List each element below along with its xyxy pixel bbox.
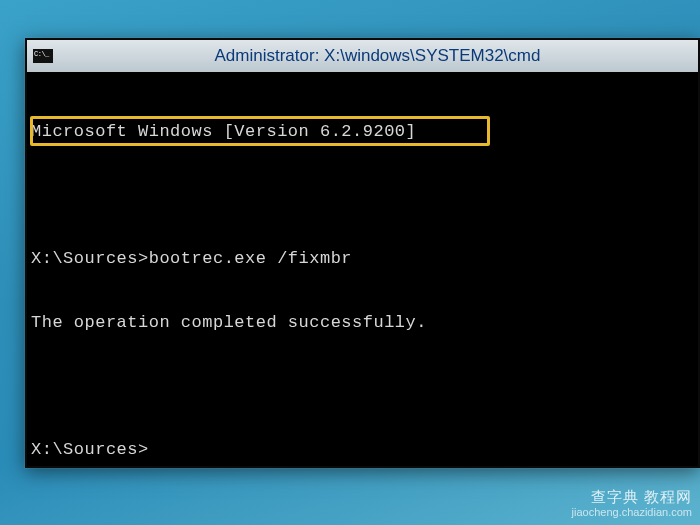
- terminal-line-command: X:\Sources>bootrec.exe /fixmbr: [31, 248, 694, 269]
- watermark-main: 查字典 教程网: [572, 488, 692, 506]
- terminal-blank-line: [31, 376, 694, 397]
- terminal-blank-line: [31, 184, 694, 205]
- watermark-sub: jiaocheng.chazidian.com: [572, 506, 692, 519]
- terminal-prompt: X:\Sources>: [31, 439, 694, 460]
- terminal-line: Microsoft Windows [Version 6.2.9200]: [31, 121, 694, 142]
- window-title: Administrator: X:\windows\SYSTEM32\cmd: [63, 46, 692, 66]
- watermark: 查字典 教程网 jiaocheng.chazidian.com: [572, 488, 692, 519]
- cmd-prompt-icon: [33, 49, 53, 63]
- terminal-output[interactable]: Microsoft Windows [Version 6.2.9200] X:\…: [27, 72, 698, 466]
- window-titlebar[interactable]: Administrator: X:\windows\SYSTEM32\cmd: [27, 40, 698, 72]
- terminal-line-result: The operation completed successfully.: [31, 312, 694, 333]
- command-prompt-window: Administrator: X:\windows\SYSTEM32\cmd M…: [25, 38, 700, 468]
